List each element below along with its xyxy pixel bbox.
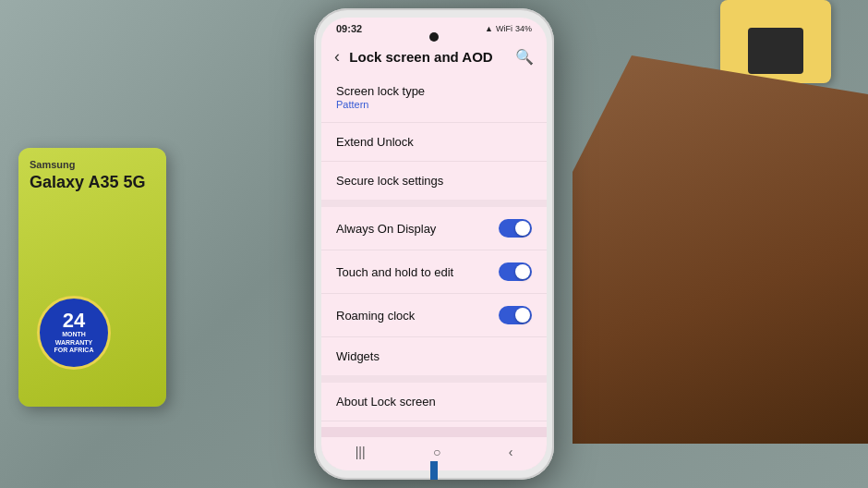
setting-widgets[interactable]: Widgets [321, 337, 547, 375]
setting-secure-lock-label: Secure lock settings [336, 174, 443, 188]
setting-widgets-label: Widgets [336, 349, 380, 363]
toggle-roaming-clock[interactable] [499, 306, 532, 324]
phone-screen: 09:32 ▲ WiFi 34% ‹ Lock screen and AOD 🔍… [321, 18, 547, 470]
product-box: Samsung Galaxy A35 5G 24 MONTHWARRANTYFO… [18, 148, 166, 407]
toggle-knob-touch-hold [515, 264, 530, 279]
hand-overlay [573, 55, 868, 444]
warranty-badge: 24 MONTHWARRANTYFOR AFRICA [37, 296, 111, 370]
phone-device: 09:32 ▲ WiFi 34% ‹ Lock screen and AOD 🔍… [314, 8, 554, 480]
page-title: Lock screen and AOD [340, 49, 502, 65]
recent-apps-button[interactable]: ||| [346, 441, 375, 463]
setting-roaming-clock[interactable]: Roaming clock [321, 294, 547, 337]
setting-touch-hold-text: Touch and hold to edit [336, 265, 453, 279]
setting-screen-lock-type-text: Screen lock type Pattern [336, 84, 425, 110]
divider-2 [321, 375, 547, 383]
top-navigation: ‹ Lock screen and AOD 🔍 [321, 40, 547, 72]
setting-roaming-clock-text: Roaming clock [336, 309, 415, 323]
setting-extend-unlock[interactable]: Extend Unlock [321, 123, 547, 162]
toy-dark-piece [748, 28, 803, 74]
box-model-label: Galaxy A35 5G [30, 174, 155, 192]
toy-decoration [720, 0, 831, 83]
setting-secure-lock[interactable]: Secure lock settings [321, 162, 547, 200]
setting-widgets-text: Widgets [336, 349, 380, 363]
setting-touch-hold[interactable]: Touch and hold to edit [321, 250, 547, 294]
toggle-touch-hold[interactable] [499, 262, 532, 281]
toggle-knob-roaming-clock [515, 308, 530, 323]
setting-roaming-clock-label: Roaming clock [336, 309, 415, 323]
box-brand-label: Samsung [30, 159, 155, 170]
toggle-always-on-display[interactable] [499, 219, 532, 238]
home-button[interactable]: ○ [424, 441, 450, 463]
charge-cable [430, 461, 438, 480]
setting-extend-unlock-text: Extend Unlock [336, 135, 414, 149]
wifi-icon: WiFi [496, 24, 512, 33]
setting-screen-lock-type-label: Screen lock type [336, 84, 425, 98]
signal-icon: ▲ [485, 24, 493, 33]
setting-about-lock-screen[interactable]: About Lock screen [321, 383, 547, 421]
toggle-knob-always-on [515, 221, 530, 236]
status-time: 09:32 [336, 23, 362, 34]
divider-1 [321, 200, 547, 207]
setting-about-lock-screen-text: About Lock screen [336, 395, 436, 409]
setting-extend-unlock-label: Extend Unlock [336, 135, 414, 149]
setting-about-lock-screen-label: About Lock screen [336, 395, 436, 409]
setting-screen-lock-type-sublabel: Pattern [336, 99, 425, 110]
battery-icon: 34% [515, 24, 532, 33]
setting-screen-lock-type[interactable]: Screen lock type Pattern [321, 72, 547, 123]
warranty-text: MONTHWARRANTYFOR AFRICA [54, 331, 94, 354]
status-icons: ▲ WiFi 34% [485, 24, 532, 33]
search-icon[interactable]: 🔍 [515, 48, 534, 66]
warranty-number: 24 [63, 311, 85, 331]
settings-list: Screen lock type Pattern Extend Unlock S… [321, 72, 547, 468]
setting-always-on-display-label: Always On Display [336, 222, 436, 236]
camera-notch [429, 32, 439, 42]
setting-secure-lock-text: Secure lock settings [336, 174, 443, 188]
back-nav-button[interactable]: ‹ [500, 441, 523, 463]
setting-always-on-display-text: Always On Display [336, 222, 436, 236]
setting-touch-hold-label: Touch and hold to edit [336, 265, 453, 279]
setting-always-on-display[interactable]: Always On Display [321, 207, 547, 250]
